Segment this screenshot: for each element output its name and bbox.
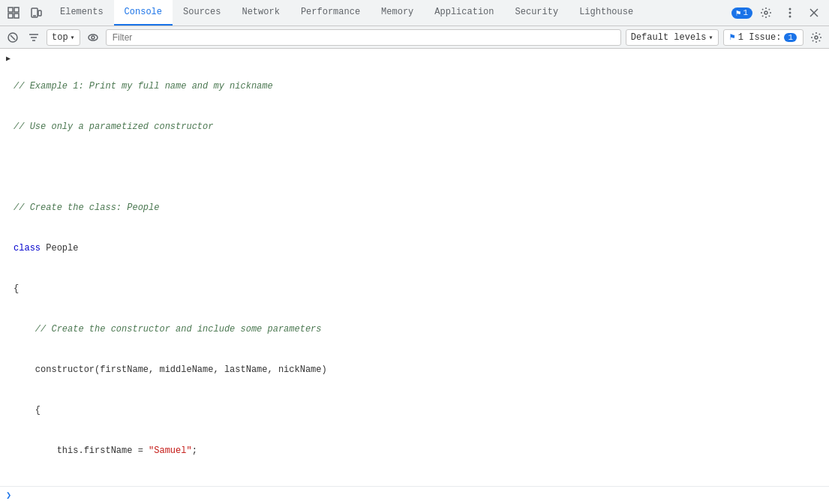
code-line: // Use only a parametized constructor [14,120,823,134]
svg-rect-0 [8,8,13,12]
code-line: { [14,404,823,417]
svg-point-17 [815,36,818,39]
svg-rect-5 [38,10,41,16]
code-blank [14,160,823,174]
code-line: // Create the class: People [14,201,823,214]
console-prompt-input[interactable] [16,490,823,501]
svg-point-10 [789,16,791,18]
issue-flag-icon: ⚑ [730,32,735,43]
eye-icon[interactable] [85,29,101,46]
tab-bar-left [0,2,50,23]
close-icon[interactable] [803,2,824,23]
filter-icon[interactable] [26,29,42,46]
more-options-icon[interactable] [779,2,800,23]
issue-badge[interactable]: ⚑ 1 Issue: 1 [723,29,803,46]
tab-application[interactable]: Application [424,0,504,26]
context-selector[interactable]: top ▾ [47,29,80,46]
tab-security[interactable]: Security [505,0,569,26]
code-line: this.firstName = "Samuel"; [14,444,823,458]
svg-point-8 [789,8,791,10]
svg-rect-3 [14,14,19,18]
tab-bar: Elements Console Sources Network Perform… [0,0,829,26]
tab-bar-right: ⚑ 1 [727,2,829,23]
settings-icon[interactable] [755,2,776,23]
prompt-line: ❯ [0,486,829,504]
notification-badge: ⚑ 1 [731,8,752,19]
expand-arrow[interactable]: ▶ [6,52,11,66]
tabs: Elements Console Sources Network Perform… [50,0,727,26]
tab-network[interactable]: Network [231,0,290,26]
console-settings-icon[interactable] [808,29,824,46]
prompt-arrow-icon: ❯ [6,489,11,502]
code-line: constructor(firstName, middleName, lastN… [14,363,823,376]
svg-point-9 [789,12,791,14]
console-content: ▶ // Example 1: Print my full name and m… [0,49,829,486]
svg-point-7 [764,11,767,14]
console-toolbar: top ▾ Default levels ▾ ⚑ 1 Issue: 1 [0,26,829,49]
tab-elements[interactable]: Elements [50,0,114,26]
svg-line-14 [11,35,15,40]
svg-rect-2 [8,14,13,18]
code-line: // Create the constructor and include so… [14,322,823,336]
svg-rect-1 [14,8,19,12]
code-line: this.middleName = "Dominic"; [14,484,823,486]
filter-input[interactable] [106,29,621,46]
issue-count-badge: 1 [784,33,797,42]
svg-point-15 [89,34,98,40]
tab-console[interactable]: Console [114,0,173,26]
console-code-block: ▶ // Example 1: Print my full name and m… [0,52,829,486]
tab-sources[interactable]: Sources [173,0,231,26]
clear-console-icon[interactable] [5,29,21,46]
code-line: // Example 1: Print my full name and my … [14,80,823,93]
flag-icon: ⚑ [736,8,741,18]
tab-memory[interactable]: Memory [371,0,424,26]
code-line: { [14,282,823,296]
svg-point-16 [92,36,95,39]
tab-lighthouse[interactable]: Lighthouse [569,0,644,26]
tab-performance[interactable]: Performance [290,0,371,26]
levels-selector[interactable]: Default levels ▾ [626,29,719,46]
device-icon[interactable] [26,2,47,23]
inspect-icon[interactable] [3,2,24,23]
code-line: class People [14,242,823,255]
